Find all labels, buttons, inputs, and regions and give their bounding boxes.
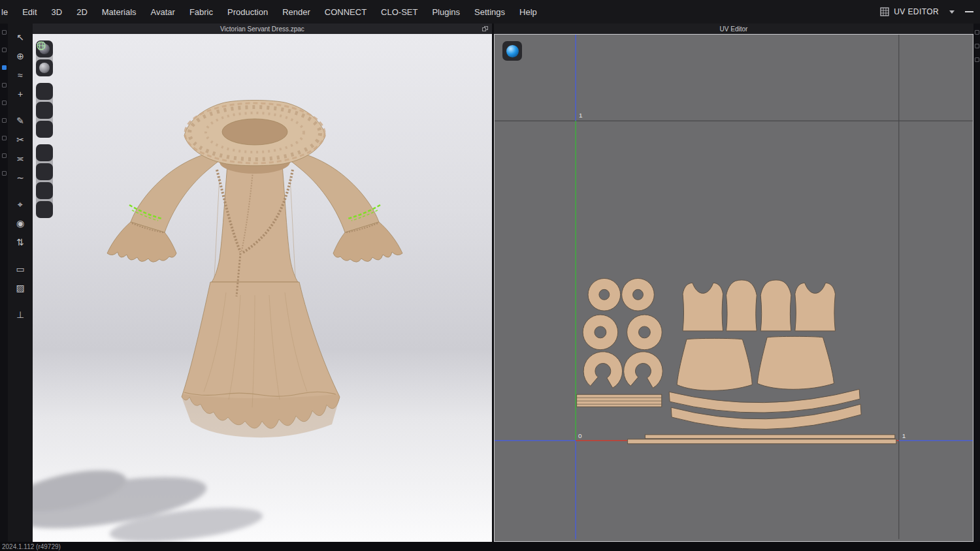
texture-sphere-icon (39, 63, 50, 73)
uv-piece-ruffle-ring-4[interactable] (627, 315, 662, 350)
left-edge-toolbar (0, 24, 8, 542)
dock-icon-4[interactable] (2, 101, 7, 105)
dress-render (33, 34, 492, 542)
uv-piece-hem-ruffle-arc-1[interactable] (669, 389, 860, 413)
viewport-mode-toolbar (36, 40, 53, 218)
menu-edit[interactable]: Edit (15, 5, 44, 20)
textured-garment-button[interactable] (36, 144, 53, 161)
uv-piece-bodice-front-1[interactable] (683, 283, 723, 330)
dock-icon-8[interactable] (2, 171, 7, 176)
menu-file[interactable]: le (0, 5, 15, 20)
texture-sphere-button[interactable] (36, 59, 53, 76)
menu-help[interactable]: Help (512, 5, 544, 20)
uv-editor-mode-button[interactable]: UV EDITOR (880, 7, 939, 16)
uv-pieces (577, 278, 896, 443)
dock-icon-5[interactable] (2, 118, 7, 123)
panel-library-icon[interactable] (975, 30, 979, 35)
uv-piece-ruffle-ring-3[interactable] (583, 315, 618, 350)
menu-production[interactable]: Production (220, 5, 275, 20)
avatar-display-button[interactable] (36, 182, 53, 199)
uv-texture-sphere-button[interactable] (502, 41, 522, 61)
hanger-tool[interactable]: ⊥ (10, 306, 30, 323)
viewport-3d-title: Victorian Servant Dress.zpac (220, 25, 304, 33)
texture-edit-tool[interactable]: ▨ (10, 279, 30, 296)
garment-3d-canvas[interactable] (33, 34, 492, 542)
uv-piece-ruffle-ring-1[interactable] (588, 278, 621, 311)
uv-piece-long-strip-2[interactable] (628, 439, 896, 444)
pattern-outline-tool[interactable]: ▭ (10, 260, 30, 277)
right-sleeve[interactable] (281, 149, 379, 232)
uv-editor-title: UV Editor (720, 25, 748, 33)
uv-grid-icon (880, 7, 889, 16)
dock-icon-1[interactable] (2, 30, 7, 35)
menu-plugins[interactable]: Plugins (425, 5, 467, 20)
tool-column: ↖ ⊕ ≈ + ✎ ✂ ≍ ∼ ⌖ ◉ ⇅ ▭ ▨ ⊥ (8, 24, 33, 542)
menu-2d[interactable]: 2D (69, 5, 95, 20)
uv-label-right: 1 (902, 432, 906, 439)
uv-piece-open-ring-2[interactable] (624, 352, 663, 388)
uv-piece-sleeve-band-stack[interactable] (577, 394, 662, 407)
clo3d-app: le Edit 3D 2D Materials Avatar Fabric Pr… (0, 0, 980, 551)
uv-grid: 1 0 1 (495, 35, 973, 539)
main-menu: le Edit 3D 2D Materials Avatar Fabric Pr… (0, 5, 544, 20)
menu-3d[interactable]: 3D (44, 5, 70, 20)
dock-icon-6[interactable] (2, 136, 7, 140)
panel-scene-icon[interactable] (975, 57, 979, 62)
minimize-button[interactable] (965, 11, 973, 12)
mesh-garment-button[interactable] (36, 163, 53, 180)
uv-canvas[interactable]: 1 0 1 (494, 34, 973, 542)
texture-sphere-icon (506, 45, 519, 57)
transform-pattern-tool[interactable]: ↖ (10, 29, 30, 46)
status-bar: 2024.1.112 (r49729) (0, 542, 980, 551)
uv-piece-bodice-back-1[interactable] (727, 280, 757, 331)
floor-shadow (33, 462, 265, 542)
pin-tool[interactable]: ⌖ (10, 196, 30, 213)
dock-icon-active[interactable] (2, 65, 7, 70)
menu-bar: le Edit 3D 2D Materials Avatar Fabric Pr… (0, 0, 980, 24)
edit-pattern-tool[interactable]: ⊕ (10, 48, 30, 65)
menu-materials[interactable]: Materials (95, 5, 144, 20)
button-tool[interactable]: ◉ (10, 215, 30, 232)
trace-tool[interactable]: ✂ (10, 131, 30, 148)
mode-label: UV EDITOR (894, 7, 939, 16)
add-point-tool[interactable]: + (10, 86, 30, 102)
panel-object-icon[interactable] (975, 44, 979, 48)
show-pattern-button[interactable] (36, 102, 53, 119)
uv-piece-skirt-panel-2[interactable] (757, 336, 834, 389)
menu-settings[interactable]: Settings (467, 5, 512, 20)
dock-icon-2[interactable] (2, 48, 7, 52)
uv-label-top: 1 (579, 112, 583, 119)
left-sleeve[interactable] (131, 149, 229, 232)
uv-editor-panel: UV Editor 1 0 (492, 24, 973, 542)
dock-icon-3[interactable] (2, 83, 7, 87)
uv-piece-bodice-front-2[interactable] (795, 283, 836, 330)
mode-dropdown-caret[interactable] (949, 10, 955, 14)
uv-piece-skirt-panel-1[interactable] (677, 338, 752, 390)
menubar-right: UV EDITOR (880, 7, 973, 16)
uv-piece-ruffle-ring-2[interactable] (622, 278, 655, 311)
uv-editor-titlebar[interactable]: UV Editor (494, 24, 973, 34)
menu-clo-set[interactable]: CLO-SET (374, 5, 425, 20)
workspace: ↖ ⊕ ≈ + ✎ ✂ ≍ ∼ ⌖ ◉ ⇅ ▭ ▨ ⊥ Victorian Se… (0, 24, 980, 542)
float-window-icon[interactable] (482, 26, 488, 31)
uv-piece-bodice-back-2[interactable] (760, 280, 791, 331)
uv-piece-long-strip-1[interactable] (645, 435, 894, 439)
show-garment-button[interactable] (36, 83, 53, 100)
show-avatar-button[interactable] (36, 121, 53, 138)
edit-curvature-tool[interactable]: ≈ (10, 67, 30, 84)
zipper-tool[interactable]: ⇅ (10, 234, 30, 251)
version-label: 2024.1.112 (r49729) (2, 543, 61, 550)
uv-piece-open-ring-1[interactable] (583, 352, 623, 388)
garment[interactable] (107, 101, 402, 438)
menu-render[interactable]: Render (275, 5, 318, 20)
viewport-3d-titlebar[interactable]: Victorian Servant Dress.zpac (33, 24, 492, 34)
menu-avatar[interactable]: Avatar (144, 5, 182, 20)
free-sewing-tool[interactable]: ∼ (10, 169, 30, 186)
show-environment-button[interactable] (36, 201, 53, 218)
menu-fabric[interactable]: Fabric (182, 5, 220, 20)
pen-tool[interactable]: ✎ (10, 112, 30, 129)
segment-sewing-tool[interactable]: ≍ (10, 150, 30, 167)
dock-icon-7[interactable] (2, 153, 7, 158)
menu-connect[interactable]: CONNECT (318, 5, 374, 20)
hem-ruffle-shade (182, 394, 340, 437)
